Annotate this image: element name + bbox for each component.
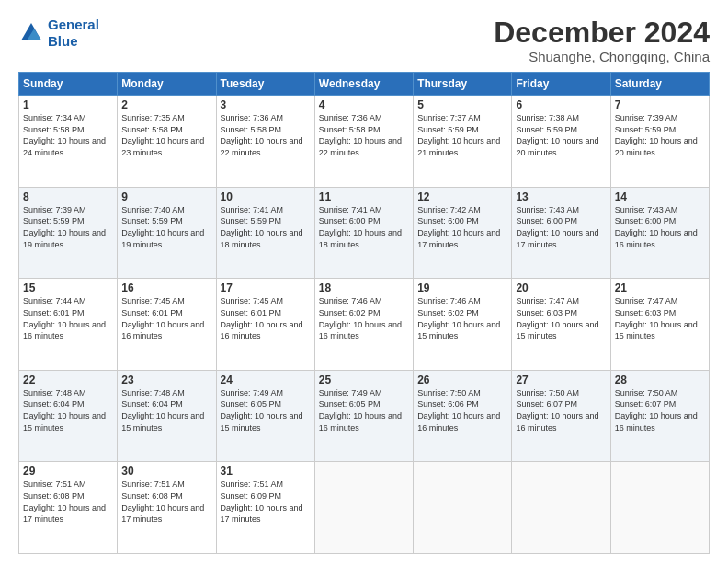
calendar-cell-26: 26Sunrise: 7:50 AMSunset: 6:06 PMDayligh… (414, 370, 512, 462)
calendar-cell-31: 31Sunrise: 7:51 AMSunset: 6:09 PMDayligh… (216, 462, 314, 554)
calendar-cell-22: 22Sunrise: 7:48 AMSunset: 6:04 PMDayligh… (19, 370, 118, 462)
calendar-week-0: 1Sunrise: 7:34 AMSunset: 5:58 PMDaylight… (19, 96, 710, 188)
calendar-cell-18: 18Sunrise: 7:46 AMSunset: 6:02 PMDayligh… (314, 279, 413, 371)
calendar-cell-6: 6Sunrise: 7:38 AMSunset: 5:59 PMDaylight… (512, 96, 610, 188)
calendar-cell-12: 12Sunrise: 7:42 AMSunset: 6:00 PMDayligh… (414, 187, 512, 279)
calendar-cell-23: 23Sunrise: 7:48 AMSunset: 6:04 PMDayligh… (118, 370, 216, 462)
calendar-body: 1Sunrise: 7:34 AMSunset: 5:58 PMDaylight… (19, 96, 710, 554)
location: Shuanghe, Chongqing, China (494, 49, 710, 64)
day-header-monday: Monday (118, 73, 216, 96)
calendar-cell-29: 29Sunrise: 7:51 AMSunset: 6:08 PMDayligh… (19, 462, 118, 554)
day-header-wednesday: Wednesday (314, 73, 413, 96)
calendar-cell-13: 13Sunrise: 7:43 AMSunset: 6:00 PMDayligh… (512, 187, 610, 279)
logo-icon (18, 20, 44, 46)
calendar-cell-28: 28Sunrise: 7:50 AMSunset: 6:07 PMDayligh… (610, 370, 709, 462)
calendar-week-2: 15Sunrise: 7:44 AMSunset: 6:01 PMDayligh… (19, 279, 710, 371)
calendar-cell-7: 7Sunrise: 7:39 AMSunset: 5:59 PMDaylight… (610, 96, 709, 188)
calendar-cell-empty (314, 462, 413, 554)
calendar-cell-10: 10Sunrise: 7:41 AMSunset: 5:59 PMDayligh… (216, 187, 314, 279)
calendar-cell-2: 2Sunrise: 7:35 AMSunset: 5:58 PMDaylight… (118, 96, 216, 188)
calendar-week-3: 22Sunrise: 7:48 AMSunset: 6:04 PMDayligh… (19, 370, 710, 462)
logo-line1: General (48, 17, 99, 32)
day-header-sunday: Sunday (19, 73, 118, 96)
month-title: December 2024 (494, 17, 710, 49)
calendar-week-1: 8Sunrise: 7:39 AMSunset: 5:59 PMDaylight… (19, 187, 710, 279)
calendar-cell-16: 16Sunrise: 7:45 AMSunset: 6:01 PMDayligh… (118, 279, 216, 371)
calendar-cell-19: 19Sunrise: 7:46 AMSunset: 6:02 PMDayligh… (414, 279, 512, 371)
day-header-friday: Friday (512, 73, 610, 96)
day-header-tuesday: Tuesday (216, 73, 314, 96)
calendar-cell-empty (512, 462, 610, 554)
calendar-cell-15: 15Sunrise: 7:44 AMSunset: 6:01 PMDayligh… (19, 279, 118, 371)
calendar-cell-25: 25Sunrise: 7:49 AMSunset: 6:05 PMDayligh… (314, 370, 413, 462)
calendar-cell-empty (610, 462, 709, 554)
calendar-cell-21: 21Sunrise: 7:47 AMSunset: 6:03 PMDayligh… (610, 279, 709, 371)
title-block: December 2024 Shuanghe, Chongqing, China (494, 17, 710, 64)
calendar-cell-27: 27Sunrise: 7:50 AMSunset: 6:07 PMDayligh… (512, 370, 610, 462)
calendar-cell-8: 8Sunrise: 7:39 AMSunset: 5:59 PMDaylight… (19, 187, 118, 279)
header: General Blue December 2024 Shuanghe, Cho… (18, 17, 710, 64)
calendar-cell-20: 20Sunrise: 7:47 AMSunset: 6:03 PMDayligh… (512, 279, 610, 371)
day-header-saturday: Saturday (610, 73, 709, 96)
calendar-cell-4: 4Sunrise: 7:36 AMSunset: 5:58 PMDaylight… (314, 96, 413, 188)
calendar-cell-17: 17Sunrise: 7:45 AMSunset: 6:01 PMDayligh… (216, 279, 314, 371)
calendar-cell-9: 9Sunrise: 7:40 AMSunset: 5:59 PMDaylight… (118, 187, 216, 279)
calendar-cell-11: 11Sunrise: 7:41 AMSunset: 6:00 PMDayligh… (314, 187, 413, 279)
logo-text: General Blue (48, 17, 99, 50)
page: General Blue December 2024 Shuanghe, Cho… (0, 0, 728, 563)
logo-line2: Blue (48, 33, 78, 49)
calendar-cell-14: 14Sunrise: 7:43 AMSunset: 6:00 PMDayligh… (610, 187, 709, 279)
calendar-cell-empty (414, 462, 512, 554)
day-header-thursday: Thursday (414, 73, 512, 96)
calendar-cell-3: 3Sunrise: 7:36 AMSunset: 5:58 PMDaylight… (216, 96, 314, 188)
calendar-cell-1: 1Sunrise: 7:34 AMSunset: 5:58 PMDaylight… (19, 96, 118, 188)
calendar-header-row: SundayMondayTuesdayWednesdayThursdayFrid… (19, 73, 710, 96)
calendar-week-4: 29Sunrise: 7:51 AMSunset: 6:08 PMDayligh… (19, 462, 710, 554)
calendar-cell-24: 24Sunrise: 7:49 AMSunset: 6:05 PMDayligh… (216, 370, 314, 462)
logo: General Blue (18, 17, 99, 50)
calendar-table: SundayMondayTuesdayWednesdayThursdayFrid… (18, 72, 710, 554)
calendar-cell-5: 5Sunrise: 7:37 AMSunset: 5:59 PMDaylight… (414, 96, 512, 188)
calendar-cell-30: 30Sunrise: 7:51 AMSunset: 6:08 PMDayligh… (118, 462, 216, 554)
